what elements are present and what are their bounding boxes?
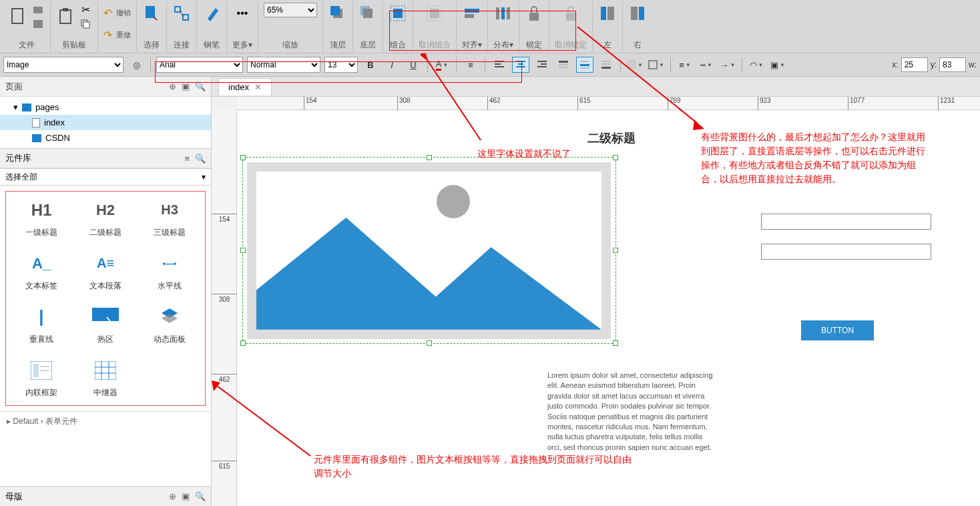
resize-handle-e[interactable]: [613, 248, 618, 253]
open-icon[interactable]: [31, 3, 45, 16]
panel-right-icon[interactable]: [628, 3, 647, 24]
canvas-text-field-2[interactable]: [761, 244, 931, 260]
group-front: 顶层: [323, 1, 353, 52]
element-type-select[interactable]: Image: [3, 57, 124, 73]
svg-rect-21: [501, 7, 505, 19]
resize-handle-w[interactable]: [240, 248, 246, 253]
cut-icon[interactable]: ✂: [79, 3, 92, 16]
resize-handle-nw[interactable]: [240, 155, 246, 160]
x-input[interactable]: [901, 57, 928, 72]
group-icon[interactable]: [389, 3, 407, 24]
tree-item-csdn[interactable]: CSDN: [0, 130, 211, 146]
pen-icon[interactable]: [202, 3, 221, 24]
svg-rect-15: [393, 9, 403, 18]
widget-repeater[interactable]: 中继器: [77, 358, 134, 399]
save-icon[interactable]: [31, 17, 45, 31]
svg-rect-17: [430, 9, 439, 18]
valign-bottom-button[interactable]: [597, 57, 615, 73]
ungroup-icon[interactable]: [425, 3, 444, 24]
line-style-button[interactable]: ┅▼: [698, 57, 715, 73]
svg-rect-23: [529, 13, 539, 21]
italic-button[interactable]: I: [383, 57, 401, 73]
search-library-icon[interactable]: 🔍: [195, 154, 206, 164]
tab-index[interactable]: index ✕: [218, 78, 272, 95]
text-color-button[interactable]: A▼: [433, 57, 451, 73]
widget-iframe[interactable]: 内联框架: [13, 358, 70, 399]
library-menu-icon[interactable]: ≡: [184, 154, 190, 164]
align-center-button[interactable]: [512, 57, 529, 73]
copy-icon[interactable]: [79, 17, 92, 31]
valign-middle-button[interactable]: [576, 57, 593, 73]
search-master-icon[interactable]: 🔍: [195, 491, 206, 501]
widget-h3[interactable]: H3三级标题: [141, 198, 198, 238]
redo-button[interactable]: ↷重做: [103, 29, 131, 41]
widget-hotspot[interactable]: 热区: [77, 305, 134, 345]
group-distribute[interactable]: 分布▾: [488, 1, 519, 52]
underline-button[interactable]: U: [405, 57, 422, 73]
front-icon[interactable]: [328, 3, 347, 24]
valign-top-button[interactable]: [555, 57, 572, 73]
align-left-button[interactable]: [491, 57, 508, 73]
group-align[interactable]: 对齐▾: [457, 1, 488, 52]
line-color-button[interactable]: ▼: [648, 57, 665, 73]
canvas-button[interactable]: BUTTON: [801, 320, 874, 340]
paste-icon[interactable]: [56, 6, 75, 27]
select-icon[interactable]: [142, 3, 161, 24]
line-weight-button[interactable]: ≡▼: [676, 57, 694, 73]
resize-handle-se[interactable]: [613, 340, 618, 346]
lock-icon[interactable]: [525, 3, 543, 24]
tree-root-pages[interactable]: ▾pages: [0, 99, 211, 115]
y-input[interactable]: [939, 57, 966, 72]
more-icon: •••: [233, 3, 252, 24]
annotation-1: 这里字体设置就不说了: [477, 147, 571, 161]
add-master-icon[interactable]: ⊕: [169, 491, 176, 501]
resize-handle-ne[interactable]: [613, 155, 618, 160]
widget-h2[interactable]: H2二级标题: [77, 198, 134, 238]
widget-paragraph[interactable]: A≡文本段落: [77, 252, 134, 292]
padding-button[interactable]: ▣▼: [769, 57, 786, 73]
bold-button[interactable]: B: [362, 57, 379, 73]
group-select: 选择: [137, 1, 167, 52]
undo-button[interactable]: ↶撤销: [103, 7, 131, 19]
search-pages-icon[interactable]: 🔍: [195, 81, 206, 91]
align-right-button[interactable]: [533, 57, 551, 73]
font-select[interactable]: Arial: [156, 57, 243, 73]
zoom-select[interactable]: 65%: [264, 3, 317, 17]
unlock-icon[interactable]: [561, 3, 580, 24]
widget-hline[interactable]: •—•水平线: [141, 252, 198, 292]
new-file-icon[interactable]: [9, 6, 27, 27]
fill-color-button[interactable]: ▼: [626, 57, 644, 73]
connect-icon[interactable]: [172, 3, 191, 24]
canvas-image-widget[interactable]: [247, 162, 611, 339]
add-page-icon[interactable]: ⊕: [169, 81, 176, 91]
add-folder-icon[interactable]: ▣: [182, 81, 190, 91]
svg-rect-40: [33, 364, 39, 377]
resize-handle-n[interactable]: [427, 155, 432, 160]
group-more[interactable]: ••• 更多▾: [227, 1, 258, 52]
annotation-2: 有些背景图什么的，最后才想起加了怎么办？这里就用到图层了，直接置语底层等操作，也…: [701, 130, 931, 186]
resize-handle-sw[interactable]: [240, 340, 246, 346]
widget-h1[interactable]: H1一级标题: [13, 198, 70, 238]
svg-rect-9: [183, 15, 188, 20]
back-icon[interactable]: [358, 3, 377, 24]
size-select[interactable]: 13: [324, 57, 358, 73]
tree-item-index[interactable]: index: [0, 115, 211, 130]
resize-handle-s[interactable]: [427, 340, 432, 346]
target-icon[interactable]: ◎: [128, 57, 145, 73]
canvas[interactable]: 二级标题 Lorem ipsum dolor sit amet, consect…: [237, 110, 980, 506]
default-lib-row[interactable]: ▸ Default › 表单元件: [0, 411, 211, 431]
master-folder-icon[interactable]: ▣: [182, 491, 190, 501]
close-icon[interactable]: ✕: [254, 82, 262, 92]
widget-label[interactable]: A_文本标签: [13, 252, 70, 292]
widget-vline[interactable]: |垂直线: [13, 305, 70, 345]
arrow-style-button[interactable]: →▼: [719, 57, 736, 73]
bullets-button[interactable]: ≡: [462, 57, 479, 73]
corner-radius-button[interactable]: ◠▼: [748, 57, 765, 73]
widget-dynamic-panel[interactable]: 动态面板: [141, 305, 198, 345]
canvas-text-field-1[interactable]: [761, 214, 931, 230]
library-select-all[interactable]: 选择全部▾: [0, 168, 211, 186]
panel-left-icon[interactable]: [598, 3, 617, 24]
weight-select[interactable]: Normal: [247, 57, 320, 73]
canvas-heading-h2[interactable]: 二级标题: [587, 130, 636, 146]
canvas-paragraph[interactable]: Lorem ipsum dolor sit amet, consectetur …: [547, 370, 714, 453]
